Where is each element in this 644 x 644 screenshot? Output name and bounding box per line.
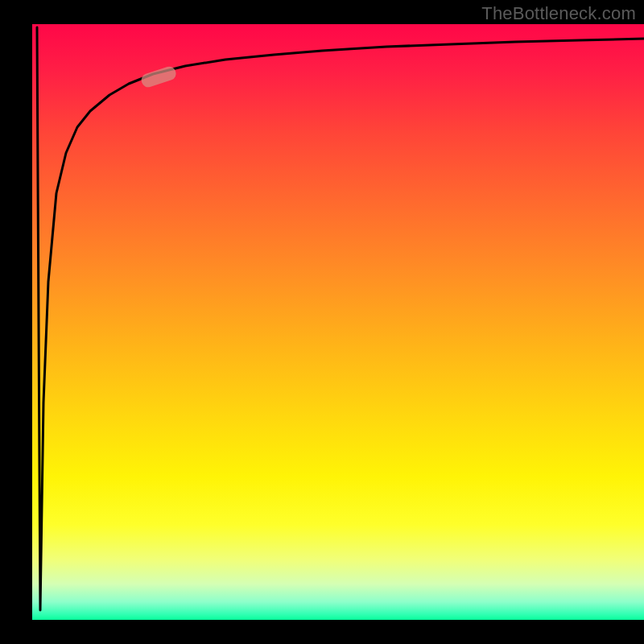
plot-area: [32, 24, 644, 620]
chart-frame: TheBottleneck.com: [0, 0, 644, 644]
bottleneck-curve: [37, 27, 644, 610]
curve-layer: [32, 24, 644, 620]
highlight-marker: [140, 65, 178, 89]
watermark-text: TheBottleneck.com: [481, 3, 636, 24]
